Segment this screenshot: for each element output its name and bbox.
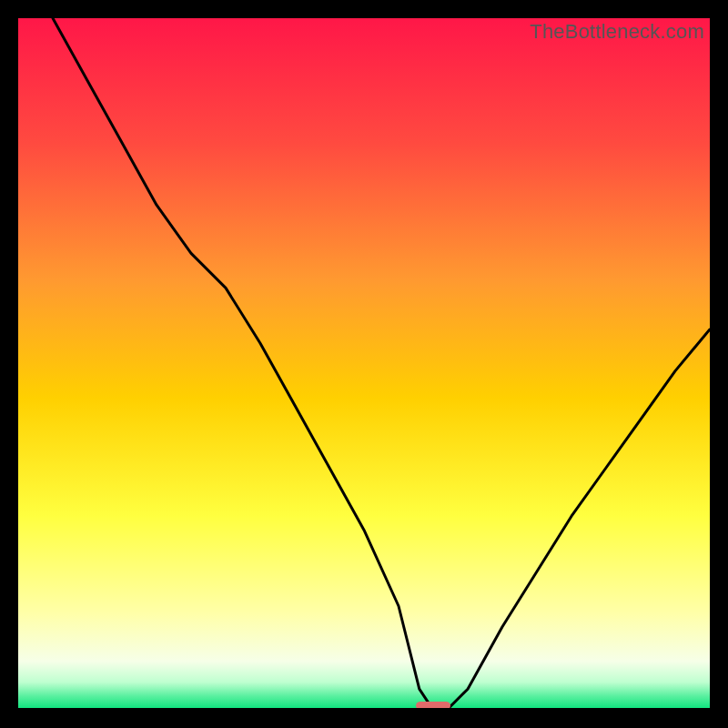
x-axis	[18, 708, 710, 710]
chart-frame: TheBottleneck.com	[18, 18, 710, 710]
watermark-text: TheBottleneck.com	[530, 20, 704, 44]
gradient-background	[18, 18, 710, 710]
bottleneck-chart	[18, 18, 710, 710]
